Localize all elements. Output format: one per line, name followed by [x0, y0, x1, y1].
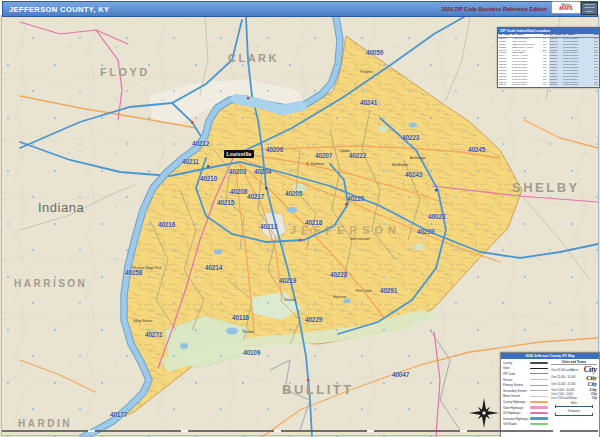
scale-bar-line — [555, 405, 593, 408]
legend-item-label: Secondary Streets — [503, 389, 527, 393]
zip-label-40223: 40223 — [402, 134, 419, 141]
town-label: Highview — [333, 295, 346, 299]
legend-city-class: Over 50,000 and AboveCity — [551, 366, 597, 374]
marketmaps-logo: Market MAPS — [551, 1, 581, 14]
zip-code-wall-map: JEFFERSON COUNTY, KY 2020 ZIP Code Busin… — [0, 0, 600, 437]
edition-badge: 2020 ZIP Business Edition — [581, 2, 598, 15]
town-label: Middletown — [392, 163, 408, 167]
zip-label-40216: 40216 — [158, 221, 175, 228]
zip-label-40241: 40241 — [360, 99, 377, 106]
legend-item-label: Primary Streets — [503, 383, 523, 387]
page-title: JEFFERSON COUNTY, KY — [9, 5, 110, 14]
zip-table-header-cell: ZIP Code — [498, 34, 511, 37]
legend-city-range: Over 25,000 - 50,000 — [551, 376, 576, 379]
zip-label-40047: 40047 — [392, 371, 409, 378]
town-label: St. Matthews — [306, 162, 324, 166]
legend-item-label: US Highways — [503, 411, 520, 415]
logo-text-bottom: MAPS — [552, 7, 580, 12]
town-label: Jeffersontown — [350, 237, 370, 241]
zip-label-40204: 40204 — [254, 168, 271, 175]
legend-city-class: Less 2,500 and BelowCity — [551, 397, 597, 400]
legend-body: CountyStateZIP CodeStreetsPrimary Street… — [501, 359, 599, 427]
town-label: Fern Creek — [356, 289, 372, 293]
legend-item-label: State — [503, 366, 510, 370]
legend-cities: Cities and Towns Over 50,000 and AboveCi… — [551, 360, 597, 427]
zip-label-40228: 40228 — [330, 271, 347, 278]
zip-label-40059: 40059 — [366, 49, 383, 56]
county-watermark: JEFFERSON — [290, 224, 401, 236]
legend-line-sample — [530, 423, 548, 425]
zip-label-40211: 40211 — [182, 158, 199, 165]
county-label-bullitt: BULLITT — [282, 382, 354, 397]
legend-city-range: Less 2,500 and Below — [551, 397, 577, 400]
legend-line-sample — [530, 379, 548, 380]
town-label: Prospect — [360, 70, 373, 74]
legend-line-items: CountyStateZIP CodeStreetsPrimary Street… — [503, 360, 548, 427]
edition-label: 2020 ZIP Code Business Reference Edition — [442, 6, 547, 12]
legend-line-sample — [530, 412, 548, 415]
zip-label-40229: 40229 — [305, 316, 322, 323]
zip-label-40212: 40212 — [192, 140, 209, 147]
zip-table-grid: ZIP CodeZIP NameGridZIP CodeZIP NameGrid… — [498, 34, 599, 87]
zip-table-header-cell: Grid — [593, 34, 599, 37]
zip-table-cell: LOUISVILLE — [511, 84, 542, 87]
zip-label-40205: 40205 — [285, 190, 302, 197]
legend-line-sample — [530, 362, 548, 364]
zip-table-cell: C3 — [542, 84, 549, 87]
zip-label-40220: 40220 — [347, 195, 364, 202]
legend-city-range: Over 5,000 - 10,000 — [551, 389, 574, 392]
zip-label-40208: 40208 — [230, 188, 247, 195]
town-label: Anchorage — [410, 156, 425, 160]
zip-table-cell: LOUISVILLE — [562, 84, 593, 87]
legend-item-toll-roads: Toll Roads — [503, 422, 548, 428]
county-label-harrison: HARRISON — [14, 278, 87, 289]
town-label: Valley Station — [133, 319, 152, 323]
state-label-indiana: Indiana — [38, 200, 84, 215]
zip-label-40023: 40023 — [428, 213, 445, 220]
zip-label-40219: 40219 — [279, 277, 296, 284]
zip-label-40109: 40109 — [243, 349, 260, 356]
county-label-clark: CLARK — [228, 52, 279, 64]
legend-line-sample — [530, 417, 548, 420]
legend-item-label: ZIP Code — [503, 372, 515, 376]
town-label: Okolona — [284, 298, 296, 302]
legend-item-label: Streets — [503, 378, 512, 382]
zip-label-40214: 40214 — [205, 264, 222, 271]
legend-line-sample — [530, 401, 548, 403]
zip-label-40243: 40243 — [405, 171, 422, 178]
zip-table-header-cell: ZIP Code — [549, 34, 562, 37]
legend-item-label: Interstate Highways — [503, 417, 528, 421]
zip-index-table: ZIP Code Index/Grid Location ZIP CodeZIP… — [497, 27, 600, 88]
town-label: Pleasure Ridge Park — [132, 266, 161, 270]
county-label-shelby: SHELBY — [512, 180, 580, 195]
legend-city-class: Over 2,500 - 5,000City — [551, 393, 597, 397]
legend-city-sample: City — [592, 397, 597, 400]
legend-city-range: Over 50,000 and Above — [551, 369, 578, 372]
title-bar: JEFFERSON COUNTY, KY 2020 ZIP Code Busin… — [2, 1, 598, 17]
legend-item-label: Minor Streets — [503, 394, 520, 398]
zip-label-40213: 40213 — [260, 223, 277, 230]
legend-line-sample — [530, 406, 548, 408]
legend-item-label: State Highways — [503, 406, 523, 410]
legend-line-sample — [530, 390, 548, 391]
zip-table-cell: 40211 — [498, 84, 511, 87]
scale-bar-miles: Miles — [551, 402, 597, 408]
legend-line-sample — [530, 385, 548, 386]
legend-item-label: County Highways — [503, 400, 526, 404]
legend-city-range: Over 10,000 - 25,000 — [551, 383, 576, 386]
zip-label-40215: 40215 — [217, 199, 234, 206]
county-label-hardin: HARDIN — [18, 418, 72, 429]
city-label-louisville: Louisville — [224, 150, 254, 158]
legend-line-sample — [530, 373, 548, 374]
zip-label-40177: 40177 — [110, 411, 127, 418]
zip-table-header-cell: Grid — [542, 34, 549, 37]
town-label: Fairdale — [243, 330, 255, 334]
zip-table-cell: 40245 — [549, 84, 562, 87]
zip-label-40291: 40291 — [380, 287, 397, 294]
legend-city-class: Over 5,000 - 10,000City — [551, 388, 597, 393]
zip-table-row: 40211LOUISVILLEC340245LOUISVILLEC6 — [498, 84, 599, 87]
zip-label-40207: 40207 — [315, 152, 332, 159]
zip-table-cell: C6 — [593, 84, 599, 87]
grid-tick-strip-bottom — [2, 430, 598, 432]
zip-label-40203: 40203 — [229, 168, 246, 175]
